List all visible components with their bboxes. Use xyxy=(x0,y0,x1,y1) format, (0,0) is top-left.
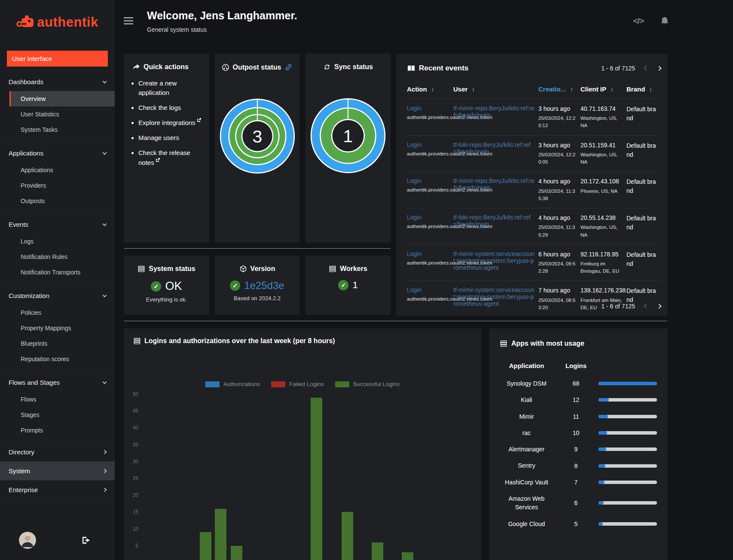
sort-icon: ↕ xyxy=(649,86,652,92)
column-client-ip[interactable]: Client IP↕ xyxy=(580,85,623,93)
event-user-link[interactable]: tf-mimir-repo:BeryJu/k8s:ref:refs/heads/… xyxy=(453,177,534,191)
chevron-down-icon xyxy=(103,222,107,226)
menu-toggle-icon[interactable] xyxy=(124,17,133,26)
outpost-status-title: Outpost status xyxy=(233,64,281,71)
sidebar-item-overview[interactable]: Overview xyxy=(9,91,115,107)
app-login-count: 68 xyxy=(558,380,594,387)
qa-create-application-link[interactable]: Create a new application xyxy=(138,79,205,97)
nav-group-customization: Customization Policies Property Mappings… xyxy=(0,285,115,371)
y-tick-label: 40 xyxy=(127,425,138,431)
chevron-right-icon[interactable] xyxy=(657,66,661,70)
divider xyxy=(124,321,667,321)
sidebar-item-applications[interactable]: Applications xyxy=(0,162,115,178)
sidebar-item-policies[interactable]: Policies xyxy=(0,305,115,320)
table-row: Login authentik.providers.oauth2.views.t… xyxy=(407,208,661,244)
user-avatar[interactable] xyxy=(19,532,36,549)
version-description: Based on 2024.2.2 xyxy=(215,295,299,301)
event-action-link[interactable]: Login xyxy=(407,286,421,293)
event-timestamp: 25/03/2024, 08:53:20 xyxy=(538,297,577,312)
outpost-icon xyxy=(222,64,229,71)
column-creation[interactable]: Creatio...↑ xyxy=(538,85,577,93)
y-tick-label: 15 xyxy=(127,509,138,515)
sidebar-item-outposts[interactable]: Outposts xyxy=(0,193,115,209)
event-client-ip: 20.51.159.41 xyxy=(580,141,623,149)
usage-bar-fill xyxy=(599,431,607,435)
chevron-left-icon[interactable] xyxy=(644,304,648,308)
app-name: Alertmanager xyxy=(500,445,553,453)
app-name: HashiCorp Vault xyxy=(500,478,553,487)
sidebar-item-logs[interactable]: Logs xyxy=(0,234,115,249)
user-interface-button[interactable]: User interface xyxy=(7,51,108,67)
column-brand[interactable]: Brand↕ xyxy=(626,85,658,93)
event-client-ip: 40.71.163.74 xyxy=(580,105,623,113)
sidebar-item-prompts[interactable]: Prompts xyxy=(0,423,115,438)
logout-icon[interactable] xyxy=(82,536,91,545)
sidebar-item-notification-transports[interactable]: Notification Transports xyxy=(0,265,115,280)
chevron-down-icon xyxy=(103,79,107,83)
bell-icon[interactable] xyxy=(660,16,669,26)
workers-title: Workers xyxy=(340,265,367,273)
successful-logins-bar xyxy=(311,398,322,560)
event-action-link[interactable]: Login xyxy=(407,105,421,112)
workers-card: Workers ✓ 1 xyxy=(305,256,391,315)
authentik-logo: authentik xyxy=(0,0,115,45)
event-user-link[interactable]: tf-mimir-system:serviceaccount:monitorin… xyxy=(453,250,534,271)
event-action-link[interactable]: Login xyxy=(407,177,421,184)
usage-bar xyxy=(599,431,657,435)
qa-explore-integrations-link[interactable]: Explore integrations xyxy=(138,118,205,128)
event-action-link[interactable]: Login xyxy=(407,214,421,221)
sidebar-item-stages[interactable]: Stages xyxy=(0,407,115,423)
sidebar: authentik User interface Dashboards Over… xyxy=(0,0,115,560)
link-icon[interactable] xyxy=(284,63,293,71)
sidebar-item-user-statistics[interactable]: User Statistics xyxy=(0,107,115,122)
qa-release-notes-link[interactable]: Check the release notes xyxy=(138,148,205,167)
chevron-right-icon[interactable] xyxy=(657,304,661,308)
apps-rows: Synology DSM 68 Kiali 12 xyxy=(500,375,659,532)
event-user-link[interactable]: tf-mimir-repo:BeryJu/k8s:ref:refs/heads/… xyxy=(453,105,534,119)
events-table-header: Action↕ User↕ Creatio...↑ Client IP↕ Bra… xyxy=(407,80,661,99)
system-status-description: Everything is ok. xyxy=(124,296,209,303)
event-brand: Default brand xyxy=(626,177,658,202)
sidebar-item-system[interactable]: System xyxy=(0,462,115,480)
event-user-link[interactable]: tf-loki-repo:BeryJu/k8s:ref:refs/heads/m… xyxy=(453,214,531,228)
sidebar-item-blueprints[interactable]: Blueprints xyxy=(0,336,115,351)
divider xyxy=(124,248,391,249)
code-icon[interactable]: </> xyxy=(633,16,644,26)
column-action[interactable]: Action↕ xyxy=(407,85,450,93)
column-user[interactable]: User↕ xyxy=(453,85,535,93)
sidebar-item-dashboards[interactable]: Dashboards xyxy=(0,73,115,91)
page-title: Welcome, Jens Langhammer. xyxy=(147,9,297,22)
sidebar-item-customization-group[interactable]: Customization xyxy=(0,286,115,305)
sidebar-item-directory[interactable]: Directory xyxy=(0,443,115,461)
sidebar-item-system-tasks[interactable]: System Tasks xyxy=(0,122,115,137)
chevron-left-icon[interactable] xyxy=(644,66,648,70)
sidebar-item-events-group[interactable]: Events xyxy=(0,215,115,234)
legend-item: Successful Logins xyxy=(335,381,400,387)
event-geo: Washington, US, NA xyxy=(580,115,623,130)
event-action-link[interactable]: Login xyxy=(407,141,421,148)
version-link[interactable]: 1e25d3e xyxy=(244,280,284,292)
sidebar-item-reputation-scores[interactable]: Reputation scores xyxy=(0,351,115,367)
sidebar-item-flows-and-stages-group[interactable]: Flows and Stages xyxy=(0,373,115,392)
event-action-link[interactable]: Login xyxy=(407,250,421,257)
event-user-link[interactable]: tf-loki-repo:BeryJu/k8s:ref:refs/heads/m… xyxy=(453,141,531,155)
pagination-bottom: 1 - 6 of 7125 xyxy=(601,303,661,310)
sidebar-item-providers[interactable]: Providers xyxy=(0,178,115,193)
qa-check-logs-link[interactable]: Check the logs xyxy=(138,103,205,113)
outpost-status-donut: 3 xyxy=(215,98,299,174)
usage-bar xyxy=(599,522,657,526)
nav-group-system: System xyxy=(0,462,115,481)
qa-manage-users-link[interactable]: Manage users xyxy=(138,133,205,143)
y-tick-label: 5 xyxy=(127,543,138,549)
event-action-app: authentik.providers.oauth2.views.token xyxy=(407,259,450,267)
external-link-icon xyxy=(197,118,202,122)
sidebar-item-applications-group[interactable]: Applications xyxy=(0,144,115,162)
event-user-link[interactable]: tf-mimir-system:serviceaccount:monitorin… xyxy=(453,286,534,307)
event-action-app: authentik.providers.oauth2.views.token xyxy=(407,150,450,158)
sidebar-item-property-mappings[interactable]: Property Mappings xyxy=(0,320,115,336)
sidebar-item-notification-rules[interactable]: Notification Rules xyxy=(0,249,115,265)
app-login-count: 6 xyxy=(558,499,594,506)
sidebar-item-flows[interactable]: Flows xyxy=(0,392,115,407)
sidebar-item-enterprise[interactable]: Enterprise xyxy=(0,481,115,499)
app-login-count: 7 xyxy=(558,479,594,486)
